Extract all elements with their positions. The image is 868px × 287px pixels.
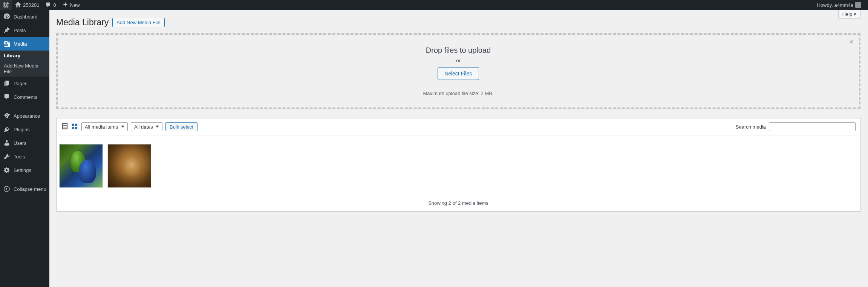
- media-icon: [3, 40, 11, 48]
- upload-size-hint: Maximum upload file size: 2 MB.: [65, 91, 851, 96]
- settings-icon: [3, 166, 11, 174]
- submenu-library[interactable]: Library: [0, 51, 49, 61]
- menu-tools[interactable]: Tools: [0, 150, 49, 163]
- menu-settings[interactable]: Settings: [0, 163, 49, 177]
- site-name-link[interactable]: 250201: [12, 0, 42, 10]
- new-label: New: [70, 2, 80, 8]
- my-account[interactable]: Howdy, a4mm4a: [814, 0, 864, 10]
- media-item[interactable]: [60, 144, 103, 187]
- menu-pages[interactable]: Pages: [0, 77, 49, 90]
- media-grid: [57, 135, 860, 195]
- menu-label: Dashboard: [14, 14, 38, 20]
- menu-posts[interactable]: Posts: [0, 23, 49, 37]
- menu-label: Collapse menu: [14, 186, 46, 192]
- plugins-icon: [3, 126, 11, 133]
- wp-logo[interactable]: [0, 0, 12, 10]
- new-content-link[interactable]: New: [59, 0, 83, 10]
- media-thumbnail: [108, 144, 151, 187]
- view-list-button[interactable]: [61, 123, 69, 130]
- menu-label: Appearance: [14, 113, 40, 119]
- list-icon: [61, 123, 68, 131]
- dashboard-icon: [3, 13, 11, 20]
- site-name: 250201: [23, 2, 39, 8]
- plus-icon: [62, 2, 68, 8]
- comments-count: 0: [53, 2, 56, 8]
- menu-label: Tools: [14, 154, 25, 160]
- collapse-icon: [3, 185, 11, 193]
- menu-label: Comments: [14, 94, 37, 100]
- menu-comments[interactable]: Comments: [0, 90, 49, 104]
- submenu-add-new[interactable]: Add New Media File: [0, 61, 49, 77]
- menu-media[interactable]: Media: [0, 37, 49, 51]
- pin-icon: [3, 26, 11, 34]
- grid-icon: [71, 123, 78, 131]
- menu-label: Users: [14, 140, 26, 146]
- menu-label: Plugins: [14, 127, 30, 132]
- upload-dropzone[interactable]: Drop files to upload or Select Files Max…: [56, 33, 860, 109]
- media-count-footer: Showing 2 of 2 media items: [57, 195, 860, 211]
- search-label: Search media: [736, 124, 766, 130]
- select-files-button[interactable]: Select Files: [438, 67, 479, 80]
- add-new-media-button[interactable]: Add New Media File: [112, 18, 164, 27]
- menu-label: Settings: [14, 167, 31, 173]
- close-icon: [848, 40, 854, 46]
- menu-label: Pages: [14, 81, 28, 86]
- help-label: Help: [842, 11, 853, 17]
- admin-menu: Dashboard Posts Media Library Add New Me…: [0, 10, 49, 287]
- comments-link[interactable]: 0: [42, 0, 59, 10]
- comments-icon: [45, 2, 51, 8]
- bulk-select-button[interactable]: Bulk select: [165, 122, 197, 131]
- avatar-icon: [855, 2, 861, 8]
- menu-label: Posts: [14, 28, 26, 33]
- page-title: Media Library: [56, 17, 109, 28]
- wordpress-icon: [3, 2, 9, 8]
- comment-icon: [3, 93, 11, 101]
- upload-or: or: [65, 58, 851, 63]
- media-item[interactable]: [108, 144, 151, 187]
- users-icon: [3, 139, 11, 147]
- menu-users[interactable]: Users: [0, 136, 49, 150]
- filter-media-type[interactable]: All media items: [81, 122, 128, 131]
- menu-label: Media: [14, 41, 27, 47]
- close-uploader-button[interactable]: [848, 39, 854, 47]
- menu-plugins[interactable]: Plugins: [0, 123, 49, 136]
- filter-date[interactable]: All dates: [131, 122, 162, 131]
- media-thumbnail: [60, 144, 103, 187]
- view-grid-button[interactable]: [71, 123, 78, 130]
- chevron-down-icon: ▾: [854, 11, 856, 17]
- upload-instructions: Drop files to upload: [65, 46, 851, 55]
- howdy-text: Howdy, a4mm4a: [817, 2, 853, 8]
- collapse-menu[interactable]: Collapse menu: [0, 182, 49, 196]
- search-media-input[interactable]: [769, 122, 856, 131]
- appearance-icon: [3, 112, 11, 120]
- menu-dashboard[interactable]: Dashboard: [0, 10, 49, 23]
- menu-appearance[interactable]: Appearance: [0, 109, 49, 123]
- tools-icon: [3, 153, 11, 160]
- help-tab[interactable]: Help ▾: [838, 10, 860, 19]
- pages-icon: [3, 80, 11, 87]
- home-icon: [15, 2, 21, 8]
